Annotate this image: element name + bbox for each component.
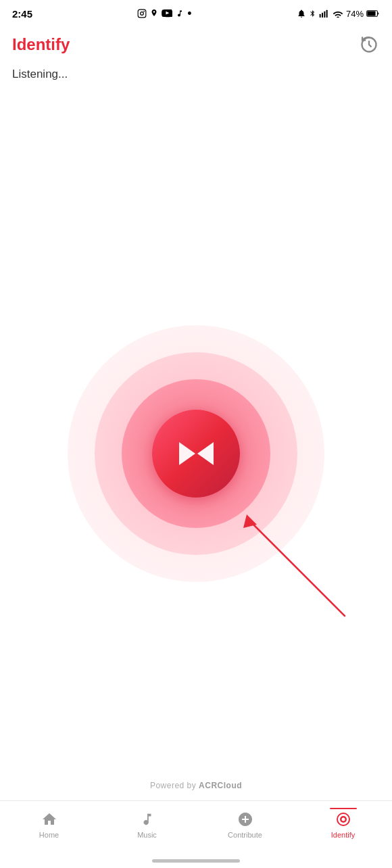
svg-rect-8	[367, 11, 375, 16]
nav-item-contribute[interactable]: Contribute	[196, 808, 294, 842]
svg-rect-0	[139, 9, 147, 18]
nav-item-home[interactable]: Home	[0, 808, 98, 842]
home-nav-label: Home	[39, 831, 59, 839]
music-status-icon	[176, 9, 184, 18]
youtube-icon	[162, 9, 172, 18]
identify-nav-icon	[335, 811, 352, 828]
contribute-nav-label: Contribute	[228, 831, 262, 839]
nav-item-identify[interactable]: Identify	[294, 808, 392, 842]
app-logo-icon	[178, 441, 215, 466]
arrow-pointer	[230, 508, 365, 629]
history-icon	[360, 35, 378, 54]
bottom-navigation: Home Music Contribute Identify	[0, 800, 392, 868]
header: Identify	[0, 24, 392, 62]
add-circle-icon	[237, 811, 253, 827]
status-bar: 2:45 •	[0, 0, 392, 24]
status-right-icons: 74%	[297, 9, 380, 19]
alarm-icon	[297, 9, 306, 18]
svg-line-10	[250, 521, 345, 616]
status-time: 2:45	[12, 8, 32, 20]
svg-rect-3	[320, 14, 321, 18]
contribute-nav-icon	[237, 811, 254, 828]
identify-icon	[335, 811, 351, 827]
identify-nav-label: Identify	[331, 831, 355, 839]
powered-by-label: Powered by ACRCloud	[150, 781, 242, 790]
battery-level: 74%	[346, 9, 364, 19]
ripple-animation[interactable]	[68, 325, 324, 582]
page-title: Identify	[12, 35, 70, 54]
svg-point-14	[341, 818, 345, 821]
instagram-icon	[137, 9, 147, 18]
svg-point-1	[141, 12, 144, 16]
music-icon	[140, 811, 155, 827]
bluetooth-icon	[309, 9, 316, 18]
music-nav-icon	[139, 811, 156, 828]
svg-rect-5	[324, 11, 325, 18]
status-icons: •	[137, 7, 191, 20]
music-nav-label: Music	[137, 831, 157, 839]
battery-icon	[366, 9, 380, 18]
svg-rect-6	[326, 10, 328, 18]
identify-button[interactable]	[152, 410, 240, 498]
home-icon	[41, 811, 57, 827]
svg-rect-4	[322, 13, 323, 18]
wifi-icon	[333, 9, 343, 18]
dot-indicator: •	[187, 7, 191, 20]
nav-item-music[interactable]: Music	[98, 808, 196, 842]
main-content	[0, 81, 392, 758]
history-button[interactable]	[358, 34, 380, 55]
listening-status: Listening...	[0, 62, 392, 81]
gesture-bar	[152, 859, 240, 863]
home-nav-icon	[41, 811, 58, 828]
location-icon	[150, 9, 158, 18]
svg-point-2	[144, 11, 145, 12]
signal-icon	[319, 9, 330, 18]
